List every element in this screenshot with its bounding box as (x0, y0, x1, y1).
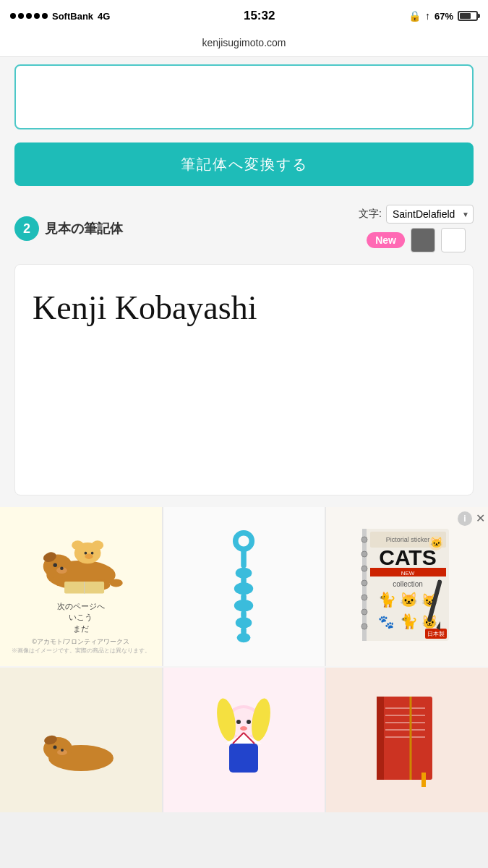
cursive-preview-text: Kenji Kobayashi (33, 286, 257, 330)
svg-point-26 (237, 633, 251, 642)
toy-illustration (224, 529, 264, 644)
svg-rect-77 (385, 736, 425, 738)
battery-percent: 67% (435, 11, 453, 22)
signal-dot-4 (34, 13, 40, 19)
svg-point-13 (84, 552, 87, 555)
anime-text-line2: いこう (12, 612, 150, 623)
ad-cell-cats[interactable]: i ✕ Pictorial sticker CATS (326, 507, 488, 666)
status-right: 🔒 ↑ 67% (408, 10, 478, 22)
anime-text-line1: 次のページへ (12, 601, 150, 612)
signal-dot-3 (26, 13, 32, 19)
svg-point-64 (236, 720, 241, 724)
convert-btn-wrap: 筆記体へ変換する (0, 132, 488, 196)
font-select-row: 文字: SaintDelafield Another Font (359, 205, 474, 224)
svg-text:日本製: 日本製 (427, 631, 445, 637)
anime-text-line3: まだ (12, 624, 150, 634)
svg-point-34 (361, 609, 367, 615)
section-controls: 文字: SaintDelafield Another Font New (359, 205, 474, 252)
section-number: 2 (14, 216, 39, 241)
info-button[interactable]: i (458, 511, 472, 526)
light-color-swatch[interactable] (441, 228, 466, 252)
svg-point-32 (361, 580, 367, 586)
signal-dot-2 (18, 13, 24, 19)
time-label: 15:32 (244, 9, 275, 23)
svg-text:🐈: 🐈 (400, 613, 418, 630)
anime-note: ※画像はイメージです。実際の商品とは異なります。 (12, 647, 150, 655)
dark-color-swatch[interactable] (411, 228, 435, 252)
ad-section-1: 次のページへ いこう まだ ©アカモト/フロンティアワークス ※画像はイメージで… (0, 507, 488, 666)
section-title: 見本の筆記体 (45, 220, 123, 237)
svg-point-14 (91, 552, 94, 555)
svg-rect-74 (385, 715, 425, 716)
ad-cell-bottom-2[interactable] (163, 668, 325, 812)
ad-cell-bottom-3[interactable] (326, 668, 488, 812)
svg-point-30 (361, 551, 367, 557)
svg-text:🐱: 🐱 (400, 591, 418, 608)
signal-dot-1 (10, 13, 16, 19)
svg-point-66 (240, 726, 247, 731)
anime-illustration (34, 519, 128, 598)
new-badge: New (367, 232, 405, 248)
bottom-ad-1-illustration (38, 704, 124, 776)
ad-cell-toy[interactable] (163, 507, 325, 666)
ad-section-2 (0, 668, 488, 812)
bottom-ad-3-illustration (371, 693, 443, 787)
ad-cell-anime[interactable]: 次のページへ いこう まだ ©アカモト/フロンティアワークス ※画像はイメージで… (0, 507, 162, 666)
svg-point-5 (60, 566, 64, 570)
svg-point-35 (361, 624, 367, 629)
svg-rect-67 (229, 744, 258, 773)
svg-point-3 (53, 563, 57, 567)
svg-point-29 (361, 537, 367, 542)
svg-rect-76 (385, 729, 425, 731)
text-input[interactable] (14, 64, 474, 129)
svg-point-20 (234, 582, 253, 595)
preview-section: Kenji Kobayashi (14, 264, 474, 495)
bottom-ad-2-illustration (200, 697, 287, 783)
lock-icon: 🔒 (408, 10, 421, 22)
svg-rect-17 (241, 548, 247, 568)
svg-text:collection: collection (393, 580, 423, 588)
signal-dot-5 (42, 13, 48, 19)
location-icon: ↑ (425, 10, 430, 22)
svg-point-57 (53, 746, 56, 749)
anime-text: 次のページへ いこう まだ ©アカモト/フロンティアワークス ※画像はイメージで… (12, 601, 150, 655)
svg-point-59 (61, 749, 64, 752)
font-label: 文字: (359, 208, 382, 221)
svg-rect-73 (385, 707, 425, 709)
font-select[interactable]: SaintDelafield Another Font (386, 205, 474, 224)
main-content: 筆記体へ変換する 2 見本の筆記体 文字: SaintDelafield Ano… (0, 57, 488, 812)
svg-rect-75 (385, 722, 425, 723)
url-text: kenjisugimoto.com (202, 37, 286, 48)
network-label: 4G (98, 11, 110, 22)
section-2-header: 2 見本の筆記体 文字: SaintDelafield Another Font… (0, 196, 488, 258)
svg-text:🐈: 🐈 (378, 591, 396, 608)
carrier-label: SoftBank (52, 11, 93, 22)
color-row: New (367, 228, 466, 252)
status-bar: SoftBank 4G 15:32 🔒 ↑ 67% (0, 0, 488, 32)
convert-button[interactable]: 筆記体へ変換する (14, 142, 474, 186)
svg-rect-72 (377, 697, 384, 780)
anime-copyright: ©アカモト/フロンティアワークス (12, 637, 150, 647)
svg-point-11 (72, 540, 83, 550)
close-button[interactable]: ✕ (476, 511, 485, 525)
svg-text:NEW: NEW (401, 570, 415, 576)
svg-point-12 (91, 540, 103, 550)
svg-text:🐾: 🐾 (378, 614, 395, 630)
svg-rect-79 (421, 773, 426, 787)
svg-point-24 (236, 617, 252, 628)
svg-text:CATS: CATS (379, 545, 436, 569)
svg-point-31 (361, 566, 367, 571)
svg-text:Pictorial sticker: Pictorial sticker (386, 536, 430, 543)
cats-book-illustration: Pictorial sticker CATS NEW collection 🐱 … (360, 522, 454, 652)
svg-text:🐱: 🐱 (430, 537, 443, 549)
url-bar[interactable]: kenjisugimoto.com (0, 32, 488, 57)
svg-rect-71 (378, 697, 432, 780)
svg-point-15 (85, 554, 93, 559)
svg-point-33 (361, 595, 367, 600)
font-select-wrapper[interactable]: SaintDelafield Another Font (386, 205, 474, 224)
svg-point-22 (234, 600, 253, 612)
ad-cell-bottom-1[interactable] (0, 668, 162, 812)
signal-dots (10, 13, 48, 19)
svg-point-65 (247, 720, 251, 724)
input-section (0, 57, 488, 132)
